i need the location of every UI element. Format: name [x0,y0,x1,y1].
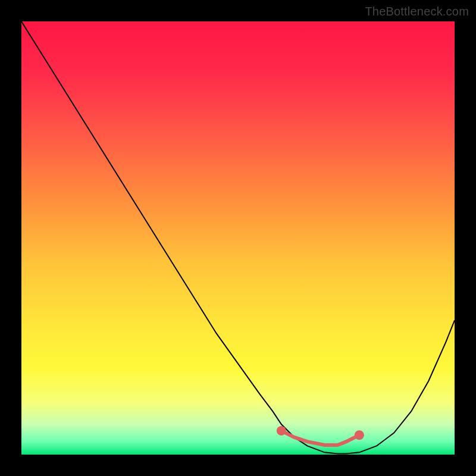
bottleneck-chart [21,21,455,455]
gradient-background [21,21,455,455]
svg-point-0 [277,426,286,436]
watermark-text: TheBottleneck.com [365,5,469,18]
svg-point-1 [355,430,364,440]
chart-frame: TheBottleneck.com [0,0,476,476]
